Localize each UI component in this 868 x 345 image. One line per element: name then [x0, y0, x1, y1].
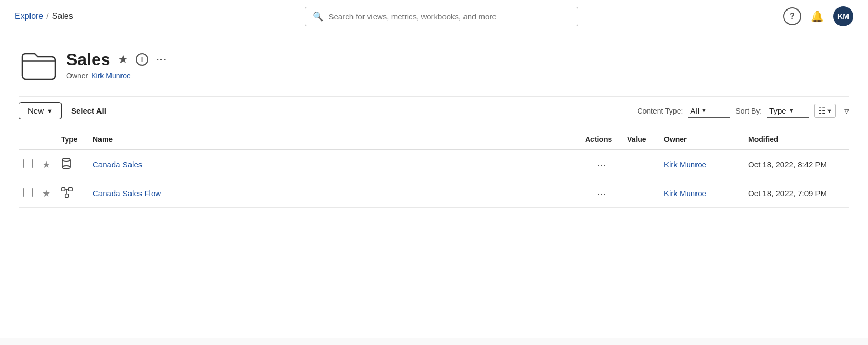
- topbar-icons: ? 🔔 KM: [783, 6, 853, 26]
- row-owner-link-0[interactable]: Kirk Munroe: [664, 160, 706, 169]
- folder-icon: [20, 49, 56, 80]
- topbar: Explore / Sales 🔍 ? 🔔 KM: [0, 0, 868, 33]
- content-type-dropdown[interactable]: All ▼: [688, 104, 730, 118]
- datasource-icon: [61, 157, 72, 170]
- owner-name-link[interactable]: Kirk Munroe: [91, 72, 130, 80]
- col-header-checkbox: [19, 130, 38, 149]
- svg-point-0: [62, 158, 70, 161]
- row-actions-button-0[interactable]: ⋯: [597, 159, 607, 170]
- project-name: Sales: [66, 50, 110, 69]
- breadcrumb-separator: /: [46, 12, 48, 21]
- new-button-label: New: [28, 106, 44, 115]
- select-all-button[interactable]: Select All: [71, 106, 106, 115]
- svg-rect-3: [69, 188, 72, 191]
- folder-icon-wrap: [19, 48, 57, 82]
- col-header-type: Type: [57, 130, 88, 149]
- svg-point-1: [62, 166, 70, 169]
- bell-icon[interactable]: 🔔: [811, 10, 824, 23]
- row-star-1[interactable]: ★: [42, 188, 51, 199]
- breadcrumb: Explore / Sales: [15, 12, 99, 21]
- col-header-star: [38, 130, 57, 149]
- toolbar: New ▼ Select All Content Type: All ▼ Sor…: [19, 96, 849, 127]
- row-value-1: [623, 179, 660, 208]
- row-modified-0: Oct 18, 2022, 8:42 PM: [748, 160, 827, 169]
- svg-rect-4: [65, 194, 68, 197]
- content-table: Type Name Actions Value Owner Modified ★…: [19, 130, 849, 208]
- row-name-link-0[interactable]: Canada Sales: [93, 160, 142, 169]
- table-row: ★ Canada Sales Flow⋯Kirk MunroeOct 18, 2…: [19, 179, 849, 208]
- new-button[interactable]: New ▼: [19, 102, 62, 119]
- row-actions-button-1[interactable]: ⋯: [597, 188, 607, 199]
- breadcrumb-explore[interactable]: Explore: [15, 12, 43, 21]
- row-value-0: [623, 149, 660, 179]
- col-header-actions: Actions: [581, 130, 623, 149]
- project-title-row: Sales ★ i ⋯: [66, 50, 167, 69]
- project-header: Sales ★ i ⋯ Owner Kirk Munroe: [19, 48, 849, 82]
- more-options-button[interactable]: ⋯: [156, 53, 167, 66]
- col-header-name: Name: [88, 130, 581, 149]
- svg-rect-2: [62, 188, 65, 191]
- row-star-0[interactable]: ★: [42, 159, 51, 170]
- row-modified-1: Oct 18, 2022, 7:09 PM: [748, 189, 827, 198]
- col-header-value: Value: [623, 130, 660, 149]
- col-header-owner: Owner: [660, 130, 744, 149]
- row-name-link-1[interactable]: Canada Sales Flow: [93, 189, 161, 198]
- flow-icon: [61, 191, 73, 200]
- row-checkbox-1[interactable]: [23, 188, 33, 197]
- col-header-modified: Modified: [744, 130, 849, 149]
- help-icon[interactable]: ?: [783, 7, 801, 25]
- search-input[interactable]: [329, 12, 570, 21]
- project-title-area: Sales ★ i ⋯ Owner Kirk Munroe: [66, 50, 167, 80]
- content-type-caret: ▼: [701, 107, 707, 114]
- sort-by-value: Type: [769, 106, 786, 115]
- content-type-label: Content Type:: [637, 107, 683, 115]
- table-header-row: Type Name Actions Value Owner Modified: [19, 130, 849, 149]
- sort-by-label: Sort By:: [735, 107, 762, 115]
- row-owner-link-1[interactable]: Kirk Munroe: [664, 189, 706, 198]
- breadcrumb-current: Sales: [52, 12, 73, 21]
- toolbar-right: Content Type: All ▼ Sort By: Type ▼ ☷ ▼ …: [637, 104, 849, 118]
- search-box[interactable]: 🔍: [305, 7, 578, 26]
- list-view-icon: ☷: [818, 106, 825, 116]
- avatar[interactable]: KM: [833, 6, 853, 26]
- sort-by-dropdown[interactable]: Type ▼: [767, 104, 809, 118]
- view-toggle-button[interactable]: ☷ ▼: [814, 104, 836, 118]
- project-owner-row: Owner Kirk Munroe: [66, 72, 167, 80]
- favorite-star-button[interactable]: ★: [118, 53, 128, 66]
- owner-label: Owner: [66, 72, 88, 80]
- view-toggle-caret: ▼: [826, 108, 832, 114]
- info-button[interactable]: i: [136, 53, 148, 66]
- search-wrapper: 🔍: [107, 7, 775, 26]
- page-content: Sales ★ i ⋯ Owner Kirk Munroe New ▼ Sele…: [0, 33, 868, 338]
- table-row: ★ Canada Sales⋯Kirk MunroeOct 18, 2022, …: [19, 149, 849, 179]
- search-icon: 🔍: [312, 11, 324, 22]
- filter-icon[interactable]: ▿: [844, 105, 849, 117]
- row-checkbox-0[interactable]: [23, 159, 33, 168]
- content-type-value: All: [690, 106, 699, 115]
- new-button-caret: ▼: [47, 108, 53, 114]
- sort-by-caret: ▼: [789, 107, 794, 114]
